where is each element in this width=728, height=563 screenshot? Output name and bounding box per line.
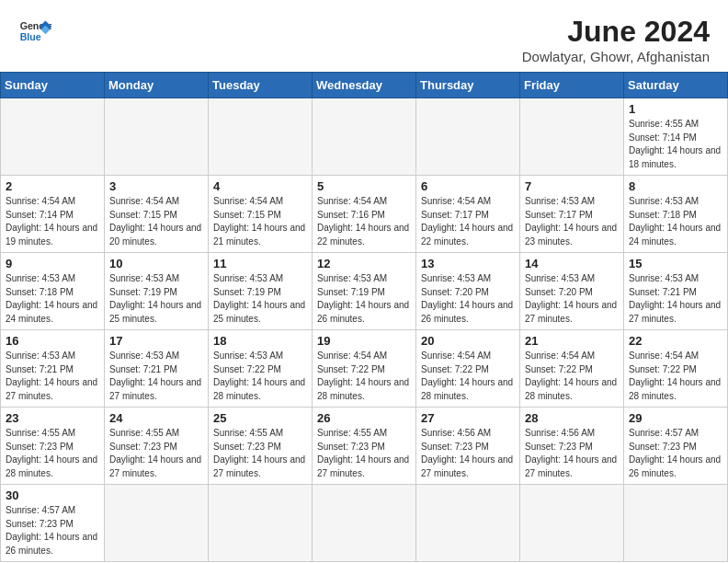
day-info: Sunrise: 4:55 AMSunset: 7:23 PMDaylight:… xyxy=(6,427,99,480)
day-number: 23 xyxy=(6,411,99,425)
table-row: 10Sunrise: 4:53 AMSunset: 7:19 PMDayligh… xyxy=(105,253,209,330)
weekday-header-row: Sunday Monday Tuesday Wednesday Thursday… xyxy=(1,73,728,98)
header-wednesday: Wednesday xyxy=(313,73,416,98)
day-info: Sunrise: 4:56 AMSunset: 7:23 PMDaylight:… xyxy=(421,427,515,480)
table-row: 26Sunrise: 4:55 AMSunset: 7:23 PMDayligh… xyxy=(313,408,416,485)
day-number: 9 xyxy=(6,257,99,270)
day-number: 13 xyxy=(421,257,515,270)
table-row: 23Sunrise: 4:55 AMSunset: 7:23 PMDayligh… xyxy=(1,408,105,485)
table-row xyxy=(1,98,105,176)
day-number: 20 xyxy=(421,334,515,348)
table-row xyxy=(520,98,624,176)
table-row: 9Sunrise: 4:53 AMSunset: 7:18 PMDaylight… xyxy=(1,253,105,330)
calendar-row: 2Sunrise: 4:54 AMSunset: 7:14 PMDaylight… xyxy=(1,176,728,253)
table-row: 1Sunrise: 4:55 AMSunset: 7:14 PMDaylight… xyxy=(624,98,728,176)
table-row: 5Sunrise: 4:54 AMSunset: 7:16 PMDaylight… xyxy=(313,176,416,253)
day-info: Sunrise: 4:55 AMSunset: 7:23 PMDaylight:… xyxy=(213,427,307,480)
table-row: 21Sunrise: 4:54 AMSunset: 7:22 PMDayligh… xyxy=(520,330,624,408)
day-info: Sunrise: 4:54 AMSunset: 7:22 PMDaylight:… xyxy=(317,350,411,403)
table-row: 2Sunrise: 4:54 AMSunset: 7:14 PMDaylight… xyxy=(1,176,105,253)
day-info: Sunrise: 4:53 AMSunset: 7:17 PMDaylight:… xyxy=(525,195,619,248)
day-info: Sunrise: 4:54 AMSunset: 7:17 PMDaylight:… xyxy=(421,195,515,248)
table-row xyxy=(313,485,416,562)
day-info: Sunrise: 4:57 AMSunset: 7:23 PMDaylight:… xyxy=(6,504,99,557)
day-number: 21 xyxy=(525,334,619,348)
day-number: 19 xyxy=(317,334,411,348)
day-number: 18 xyxy=(213,334,307,348)
logo: General Blue xyxy=(18,15,51,48)
table-row: 13Sunrise: 4:53 AMSunset: 7:20 PMDayligh… xyxy=(416,253,520,330)
table-row: 22Sunrise: 4:54 AMSunset: 7:22 PMDayligh… xyxy=(624,330,728,408)
day-info: Sunrise: 4:55 AMSunset: 7:23 PMDaylight:… xyxy=(317,427,411,480)
day-number: 26 xyxy=(317,411,411,425)
table-row: 30Sunrise: 4:57 AMSunset: 7:23 PMDayligh… xyxy=(1,485,105,562)
day-info: Sunrise: 4:53 AMSunset: 7:21 PMDaylight:… xyxy=(629,272,722,326)
table-row: 15Sunrise: 4:53 AMSunset: 7:21 PMDayligh… xyxy=(624,253,728,330)
table-row xyxy=(209,98,313,176)
header-friday: Friday xyxy=(520,73,624,98)
day-info: Sunrise: 4:53 AMSunset: 7:18 PMDaylight:… xyxy=(6,272,99,326)
day-info: Sunrise: 4:55 AMSunset: 7:14 PMDaylight:… xyxy=(629,118,722,171)
day-info: Sunrise: 4:55 AMSunset: 7:23 PMDaylight:… xyxy=(109,427,203,480)
day-info: Sunrise: 4:54 AMSunset: 7:22 PMDaylight:… xyxy=(629,350,722,403)
table-row: 16Sunrise: 4:53 AMSunset: 7:21 PMDayligh… xyxy=(1,330,105,408)
table-row: 12Sunrise: 4:53 AMSunset: 7:19 PMDayligh… xyxy=(313,253,416,330)
day-number: 28 xyxy=(525,411,619,425)
table-row xyxy=(416,485,520,562)
day-info: Sunrise: 4:54 AMSunset: 7:14 PMDaylight:… xyxy=(6,195,99,248)
day-number: 16 xyxy=(6,334,99,348)
day-number: 6 xyxy=(421,179,515,193)
day-number: 8 xyxy=(629,179,722,193)
day-number: 22 xyxy=(629,334,722,348)
month-title: June 2024 xyxy=(522,15,710,49)
header-sunday: Sunday xyxy=(1,73,105,98)
day-info: Sunrise: 4:57 AMSunset: 7:23 PMDaylight:… xyxy=(629,427,722,480)
day-info: Sunrise: 4:54 AMSunset: 7:16 PMDaylight:… xyxy=(317,195,411,248)
table-row xyxy=(624,485,728,562)
table-row xyxy=(313,98,416,176)
day-number: 11 xyxy=(213,257,307,270)
calendar-row: 16Sunrise: 4:53 AMSunset: 7:21 PMDayligh… xyxy=(1,330,728,408)
table-row xyxy=(520,485,624,562)
table-row: 11Sunrise: 4:53 AMSunset: 7:19 PMDayligh… xyxy=(209,253,313,330)
table-row: 17Sunrise: 4:53 AMSunset: 7:21 PMDayligh… xyxy=(105,330,209,408)
day-number: 4 xyxy=(213,179,307,193)
day-number: 29 xyxy=(629,411,722,425)
table-row xyxy=(105,485,209,562)
table-row: 24Sunrise: 4:55 AMSunset: 7:23 PMDayligh… xyxy=(105,408,209,485)
header-monday: Monday xyxy=(105,73,209,98)
header-saturday: Saturday xyxy=(624,73,728,98)
day-info: Sunrise: 4:56 AMSunset: 7:23 PMDaylight:… xyxy=(525,427,619,480)
table-row: 27Sunrise: 4:56 AMSunset: 7:23 PMDayligh… xyxy=(416,408,520,485)
table-row: 20Sunrise: 4:54 AMSunset: 7:22 PMDayligh… xyxy=(416,330,520,408)
day-info: Sunrise: 4:53 AMSunset: 7:18 PMDaylight:… xyxy=(629,195,722,248)
day-number: 24 xyxy=(109,411,203,425)
day-info: Sunrise: 4:53 AMSunset: 7:22 PMDaylight:… xyxy=(213,350,307,403)
day-info: Sunrise: 4:54 AMSunset: 7:22 PMDaylight:… xyxy=(421,350,515,403)
day-info: Sunrise: 4:53 AMSunset: 7:21 PMDaylight:… xyxy=(6,350,99,403)
calendar-row: 30Sunrise: 4:57 AMSunset: 7:23 PMDayligh… xyxy=(1,485,728,562)
day-info: Sunrise: 4:53 AMSunset: 7:19 PMDaylight:… xyxy=(109,272,203,326)
day-number: 3 xyxy=(109,179,203,193)
table-row: 28Sunrise: 4:56 AMSunset: 7:23 PMDayligh… xyxy=(520,408,624,485)
day-info: Sunrise: 4:54 AMSunset: 7:15 PMDaylight:… xyxy=(109,195,203,248)
day-number: 25 xyxy=(213,411,307,425)
day-info: Sunrise: 4:53 AMSunset: 7:20 PMDaylight:… xyxy=(421,272,515,326)
day-info: Sunrise: 4:53 AMSunset: 7:20 PMDaylight:… xyxy=(525,272,619,326)
day-number: 15 xyxy=(629,257,722,270)
day-number: 12 xyxy=(317,257,411,270)
table-row xyxy=(209,485,313,562)
table-row: 29Sunrise: 4:57 AMSunset: 7:23 PMDayligh… xyxy=(624,408,728,485)
day-number: 1 xyxy=(629,102,722,116)
table-row: 4Sunrise: 4:54 AMSunset: 7:15 PMDaylight… xyxy=(209,176,313,253)
table-row xyxy=(416,98,520,176)
table-row: 19Sunrise: 4:54 AMSunset: 7:22 PMDayligh… xyxy=(313,330,416,408)
day-number: 14 xyxy=(525,257,619,270)
header-tuesday: Tuesday xyxy=(209,73,313,98)
page-header: General Blue June 2024 Dowlatyar, Ghowr,… xyxy=(0,0,728,72)
table-row xyxy=(105,98,209,176)
day-number: 2 xyxy=(6,179,99,193)
title-area: June 2024 Dowlatyar, Ghowr, Afghanistan xyxy=(522,15,710,64)
day-info: Sunrise: 4:53 AMSunset: 7:19 PMDaylight:… xyxy=(213,272,307,326)
calendar-table: Sunday Monday Tuesday Wednesday Thursday… xyxy=(0,72,728,562)
